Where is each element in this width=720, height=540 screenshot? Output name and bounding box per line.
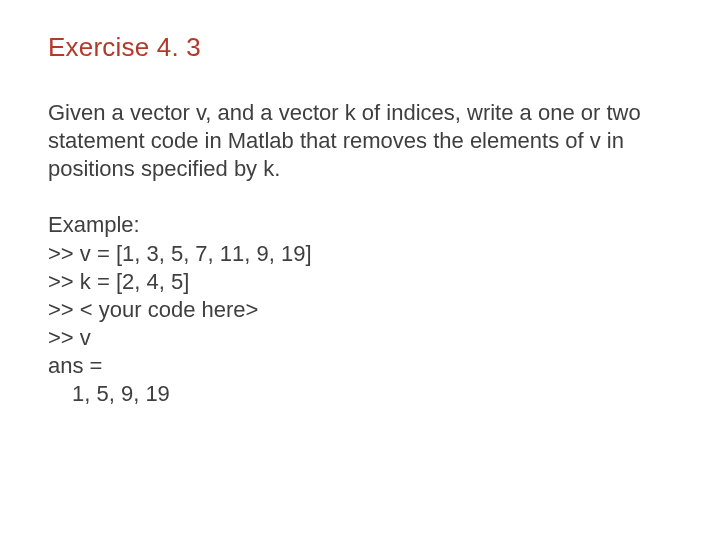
- example-label: Example:: [48, 211, 672, 239]
- exercise-title: Exercise 4. 3: [48, 32, 672, 63]
- slide-body: Given a vector v, and a vector k of indi…: [48, 99, 672, 409]
- code-line-result: 1, 5, 9, 19: [48, 380, 672, 408]
- code-line-k: >> k = [2, 4, 5]: [48, 268, 672, 296]
- slide: Exercise 4. 3 Given a vector v, and a ve…: [0, 0, 720, 540]
- code-line-ans: ans =: [48, 352, 672, 380]
- problem-description: Given a vector v, and a vector k of indi…: [48, 99, 672, 183]
- example-block: Example: >> v = [1, 3, 5, 7, 11, 9, 19] …: [48, 211, 672, 408]
- code-line-v: >> v = [1, 3, 5, 7, 11, 9, 19]: [48, 240, 672, 268]
- code-line-query: >> v: [48, 324, 672, 352]
- code-line-placeholder: >> < your code here>: [48, 296, 672, 324]
